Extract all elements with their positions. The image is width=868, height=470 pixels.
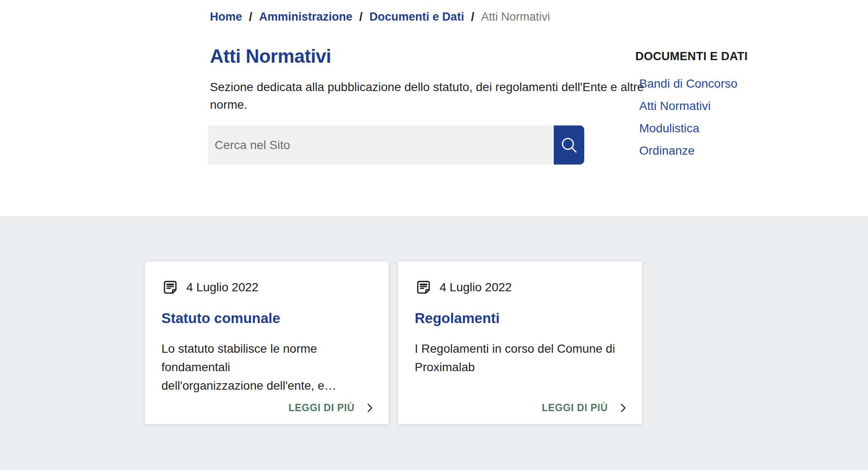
document-card-regolamenti[interactable]: 4 Luglio 2022 Regolamenti I Regolamenti … [398,262,642,424]
breadcrumb-separator: / [471,10,474,24]
note-icon [161,278,179,296]
read-more-link[interactable]: LEGGI DI PIÙ [288,402,376,414]
breadcrumb-separator: / [359,10,363,24]
card-header: 4 Luglio 2022 [161,278,376,296]
note-icon [415,278,432,296]
section-nav-heading: DOCUMENTI E DATI [635,50,777,63]
sidebar-item-atti-normativi[interactable]: Atti Normativi [639,99,710,113]
page: Home / Amministrazione / Documenti e Dat… [0,0,868,470]
site-search [208,125,584,165]
chevron-right-icon [617,402,629,414]
card-title-link[interactable]: Statuto comunale [161,310,376,327]
search-button[interactable] [554,125,584,165]
card-title-link[interactable]: Regolamenti [415,310,629,327]
read-more-label: LEGGI DI PIÙ [542,402,608,414]
chevron-right-icon [364,402,376,414]
breadcrumb-link-home[interactable]: Home [210,10,242,24]
read-more-link[interactable]: LEGGI DI PIÙ [542,402,629,414]
breadcrumb-link-amministrazione[interactable]: Amministrazione [259,10,353,24]
search-input[interactable] [208,125,554,165]
list-item: Ordinanze [639,144,777,157]
magnifier-icon [560,136,579,155]
breadcrumb-current-page: Atti Normativi [481,10,550,24]
breadcrumb-link-documenti-e-dati[interactable]: Documenti e Dati [370,10,464,24]
card-header: 4 Luglio 2022 [415,278,629,296]
card-description: I Regolamenti in corso del Comune di Pro… [415,339,629,376]
breadcrumb: Home / Amministrazione / Documenti e Dat… [210,10,550,24]
sidebar-item-modulistica[interactable]: Modulistica [639,122,699,135]
sidebar-item-bandi-di-concorso[interactable]: Bandi di Concorso [639,77,737,90]
documents-section: 4 Luglio 2022 Statuto comunale Lo statut… [0,216,868,470]
sidebar-item-ordinanze[interactable]: Ordinanze [639,144,695,157]
breadcrumb-separator: / [249,10,252,24]
page-description: Sezione dedicata alla pubblicazione dell… [210,78,656,113]
card-date: 4 Luglio 2022 [186,281,258,294]
page-title: Atti Normativi [210,46,331,67]
card-date: 4 Luglio 2022 [440,281,512,294]
read-more-label: LEGGI DI PIÙ [288,402,355,414]
card-description: Lo statuto stabilisce le norme fondament… [161,339,376,395]
section-nav-documenti-e-dati: DOCUMENTI E DATI Bandi di Concorso Atti … [635,50,777,166]
document-card-statuto-comunale[interactable]: 4 Luglio 2022 Statuto comunale Lo statut… [145,262,388,424]
list-item: Bandi di Concorso [639,77,777,90]
list-item: Modulistica [639,122,777,135]
list-item: Atti Normativi [639,99,777,113]
